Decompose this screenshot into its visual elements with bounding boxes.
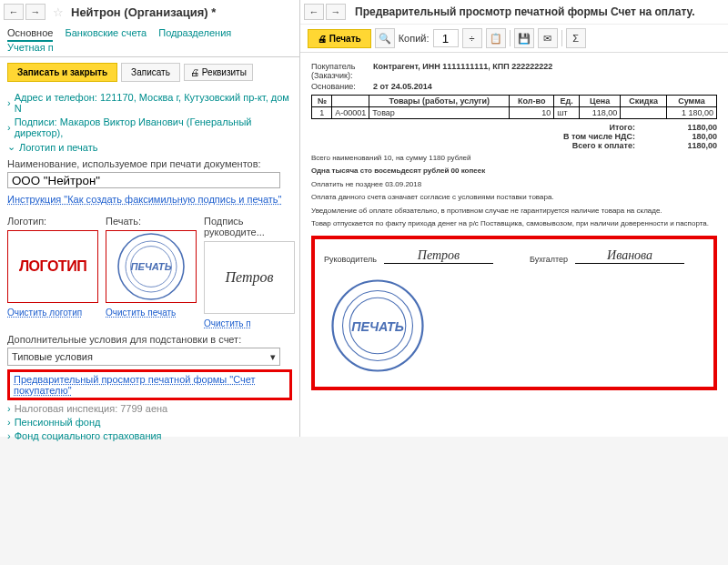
logo-col-label: Логотип: bbox=[7, 216, 98, 227]
svg-text:ПЕЧАТЬ: ПЕЧАТЬ bbox=[130, 261, 171, 272]
copies-label: Копий: bbox=[399, 33, 430, 44]
stamp-preview[interactable]: ПЕЧАТЬ bbox=[106, 230, 197, 303]
preview-btn[interactable]: 🔍 bbox=[375, 28, 395, 48]
star-icon[interactable]: ☆ bbox=[53, 5, 64, 19]
tax-link[interactable]: ›Налоговая инспекция: 7799 аена bbox=[7, 403, 292, 414]
buyer-label: Покупатель (Заказчик): bbox=[311, 62, 373, 80]
copies-input[interactable] bbox=[433, 29, 459, 47]
tab-acct[interactable]: Учетная п bbox=[7, 42, 54, 53]
spin-buttons[interactable]: ÷ bbox=[462, 28, 482, 48]
head-signature: Руководитель Петров bbox=[324, 248, 493, 264]
clear-stamp[interactable]: Очистить печать bbox=[106, 308, 176, 318]
left-title: Нейтрон (Организация) * bbox=[71, 5, 216, 19]
stamp-col-label: Печать: bbox=[106, 216, 197, 227]
tab-main[interactable]: Основное bbox=[7, 27, 53, 42]
items-table: № Товары (работы, услуги) Кол-во Ед. Цен… bbox=[311, 95, 717, 119]
fine1: Оплата данного счета означает согласие с… bbox=[311, 193, 717, 202]
chevron-down-icon: ▾ bbox=[270, 351, 276, 363]
sign-preview[interactable]: Петров bbox=[204, 241, 295, 314]
basis-label: Основание: bbox=[311, 82, 373, 91]
link-address[interactable]: ›Адрес и телефон: 121170, Москва г, Куту… bbox=[7, 92, 292, 114]
req-button[interactable]: 🖨 Реквизиты bbox=[184, 64, 253, 81]
logo-preview[interactable]: ЛОГОТИП bbox=[7, 230, 98, 303]
forward-button[interactable]: → bbox=[25, 4, 46, 20]
right-title: Предварительный просмотр печатной формы … bbox=[355, 5, 695, 18]
tab-dept[interactable]: Подразделения bbox=[158, 27, 231, 38]
totals-block: Итого:1180,00 В том числе НДС:180,00 Все… bbox=[311, 123, 717, 150]
stamp-icon: ПЕЧАТЬ bbox=[115, 230, 187, 303]
fine2: Уведомление об оплате обязательно, в про… bbox=[311, 207, 717, 216]
sign-col-label: Подпись руководите... bbox=[204, 216, 295, 237]
acc-signature: Бухгалтер Иванова bbox=[530, 248, 684, 264]
buyer-value: Контрагент, ИНН 1111111111, КПП 22222222… bbox=[373, 62, 552, 80]
instruction-link[interactable]: Инструкция "Как создать факсимильную под… bbox=[7, 194, 281, 205]
save-close-button[interactable]: Записать и закрыть bbox=[7, 63, 117, 82]
preview-link[interactable]: Предварительный просмотр печатной формы … bbox=[14, 374, 256, 396]
due-text: Оплатить не позднее 03.09.2018 bbox=[311, 180, 717, 189]
preview-link-highlight: Предварительный просмотр печатной формы … bbox=[7, 369, 292, 400]
pension-link[interactable]: ›Пенсионный фонд bbox=[7, 417, 292, 428]
email-btn[interactable]: ✉ bbox=[538, 28, 558, 48]
back-button[interactable]: ← bbox=[4, 4, 24, 20]
extra-select[interactable]: Типовые условия ▾ bbox=[7, 348, 280, 366]
tab-bank[interactable]: Банковские счета bbox=[65, 27, 147, 38]
save-button[interactable]: Записать bbox=[121, 63, 180, 82]
name-input[interactable] bbox=[7, 172, 280, 188]
forward-button-r[interactable]: → bbox=[326, 4, 346, 20]
fine3: Товар отпускается по факту прихода денег… bbox=[311, 219, 717, 228]
social-link[interactable]: ›Фонд социального страхования bbox=[7, 430, 292, 441]
templates-btn[interactable]: 📋 bbox=[486, 28, 506, 48]
print-button[interactable]: 🖨 Печать bbox=[308, 29, 371, 48]
extra-label: Дополнительные условия для подстановки в… bbox=[7, 334, 292, 345]
sum-btn[interactable]: Σ bbox=[566, 28, 586, 48]
count-text: Всего наименований 10, на сумму 1180 руб… bbox=[311, 154, 717, 163]
clear-logo[interactable]: Очистить логотип bbox=[7, 308, 82, 318]
basis-value: 2 от 24.05.2014 bbox=[373, 82, 432, 91]
save-file-btn[interactable]: 💾 bbox=[514, 28, 534, 48]
table-row: 1 А-00001 Товар 10 шт 118,00 1 180,00 bbox=[312, 107, 717, 119]
amount-words: Одна тысяча сто восемьдесят рублей 00 ко… bbox=[311, 166, 717, 176]
link-logo-stamp[interactable]: ⌄Логотип и печать bbox=[7, 141, 292, 153]
print-icon: 🖨 bbox=[190, 67, 199, 77]
back-button-r[interactable]: ← bbox=[304, 4, 324, 20]
signature-area-highlight: Руководитель Петров Бухгалтер Иванова ПЕ… bbox=[311, 236, 717, 390]
svg-text:ПЕЧАТЬ: ПЕЧАТЬ bbox=[351, 319, 404, 334]
link-signs[interactable]: ›Подписи: Макаров Виктор Иванович (Генер… bbox=[7, 116, 292, 138]
document-stamp: ПЕЧАТЬ bbox=[328, 276, 428, 378]
clear-sign[interactable]: Очистить п bbox=[204, 318, 251, 328]
name-label: Наименование, используемое при печати до… bbox=[7, 158, 292, 169]
